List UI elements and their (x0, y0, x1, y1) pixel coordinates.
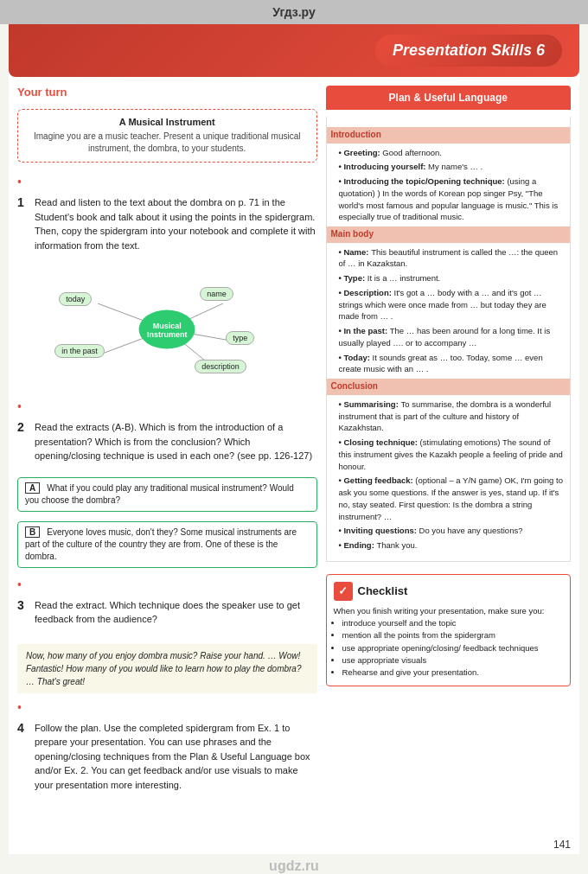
section-conclusion: Conclusion (327, 379, 571, 395)
bullet-2: • (17, 399, 317, 413)
plan-closing: • Closing technique: (stimulating emotio… (334, 437, 564, 472)
box-desc: Imagine you are a music teacher. Present… (29, 131, 306, 155)
exercise-3: 3 Read the extract. Which technique does… (17, 598, 317, 627)
plan-intro-topic: • Introducing the topic/Opening techniqu… (334, 175, 564, 223)
plan-greeting: • Greeting: Good afternoon. (334, 147, 564, 159)
checklist-header: ✓ Checklist (334, 582, 564, 601)
plan-intro-yourself: • Introducing yourself: My name's … . (334, 161, 564, 173)
feedback-box: Now, how many of you enjoy dombra music?… (17, 644, 317, 693)
plan-title: Plan & Useful Language (326, 86, 572, 110)
checklist-icon: ✓ (334, 582, 353, 601)
spider-node-description: description (195, 360, 246, 373)
spider-node-name: name (200, 287, 233, 301)
plan-feedback: • Getting feedback: (optional – a Y/N ga… (334, 475, 564, 522)
plan-content: Introduction • Greeting: Good afternoon.… (326, 117, 572, 562)
extract-a-label: A (25, 482, 40, 494)
site-label: Угдз.ру (272, 5, 316, 19)
checklist-title: Checklist (358, 584, 408, 597)
checklist-item-2: mention all the points from the spidergr… (342, 629, 564, 641)
bottom-watermark: ugdz.ru (0, 854, 588, 874)
bullet-4: • (17, 700, 317, 714)
checklist-item-5: Rehearse and give your presentation. (342, 667, 564, 679)
checklist-intro: When you finish writing your presentatio… (334, 606, 545, 616)
checklist-item-4: use appropriate visuals (342, 654, 564, 667)
checklist: ✓ Checklist When you finish writing your… (326, 574, 572, 687)
plan-ending: • Ending: Thank you. (334, 539, 564, 552)
checklist-content: When you finish writing your presentatio… (334, 605, 564, 679)
header-banner: Presentation Skills 6 (9, 24, 579, 77)
extract-a: A What if you could play any traditional… (17, 477, 317, 512)
checklist-item-1: introduce yourself and the topic (342, 617, 564, 629)
exercise-1-num: 1 (17, 195, 29, 252)
spider-node-past: in the past (54, 344, 105, 358)
exercise-3-text: Read the extract. Which technique does t… (35, 598, 317, 627)
section-main: Main body (327, 226, 571, 243)
exercise-4-text: Follow the plan. Use the completed spide… (35, 721, 317, 793)
spider-center: MusicalInstrument (139, 310, 195, 349)
spidergram: MusicalInstrument today name type descri… (54, 273, 279, 386)
extract-b-label: B (25, 526, 40, 538)
section-intro: Introduction (327, 127, 571, 144)
extract-a-text: What if you could play any traditional m… (25, 483, 294, 505)
page-title: Presentation Skills 6 (375, 35, 562, 67)
musical-instrument-box: A Musical Instrument Imagine you are a m… (17, 109, 317, 163)
bullet-1: • (17, 175, 317, 188)
exercise-4: 4 Follow the plan. Use the completed spi… (17, 721, 317, 793)
plan-type: • Type: It is a … instrument. (334, 272, 564, 284)
top-bar: Угдз.ру (0, 0, 588, 24)
box-title: A Musical Instrument (29, 117, 306, 127)
your-turn-label: Your turn (17, 86, 317, 99)
exercise-4-num: 4 (17, 721, 29, 793)
plan-inviting: • Inviting questions: Do you have any qu… (334, 525, 564, 537)
left-column: Your turn A Musical Instrument Imagine y… (17, 86, 317, 826)
exercise-1: 1 Read and listen to the text about the … (17, 195, 317, 252)
plan-today: • Today: It sounds great as … too. Today… (334, 352, 564, 376)
exercise-3-num: 3 (17, 598, 29, 627)
right-column: Plan & Useful Language Introduction • Gr… (326, 86, 572, 826)
spider-node-today: today (59, 292, 92, 306)
page-number: 141 (9, 835, 579, 854)
plan-past: • In the past: The … has been around for… (334, 325, 564, 349)
exercise-2-num: 2 (17, 420, 29, 463)
extract-b: B Everyone loves music, don't they? Some… (17, 521, 317, 568)
extract-b-text: Everyone loves music, don't they? Some m… (25, 527, 297, 561)
exercise-2-text: Read the extracts (A-B). Which is from t… (35, 420, 317, 463)
checklist-items: introduce yourself and the topic mention… (334, 617, 564, 679)
checklist-item-3: use appropriate opening/closing/ feedbac… (342, 642, 564, 654)
plan-description: • Description: It's got a … body with a … (334, 287, 564, 322)
plan-summarising: • Summarising: To summarise, the dombra … (334, 399, 564, 434)
exercise-1-text: Read and listen to the text about the do… (35, 195, 317, 252)
spider-node-type: type (226, 331, 254, 345)
bullet-3: • (17, 577, 317, 591)
exercise-2: 2 Read the extracts (A-B). Which is from… (17, 420, 317, 463)
plan-name: • Name: This beautiful instrument is cal… (334, 246, 564, 271)
